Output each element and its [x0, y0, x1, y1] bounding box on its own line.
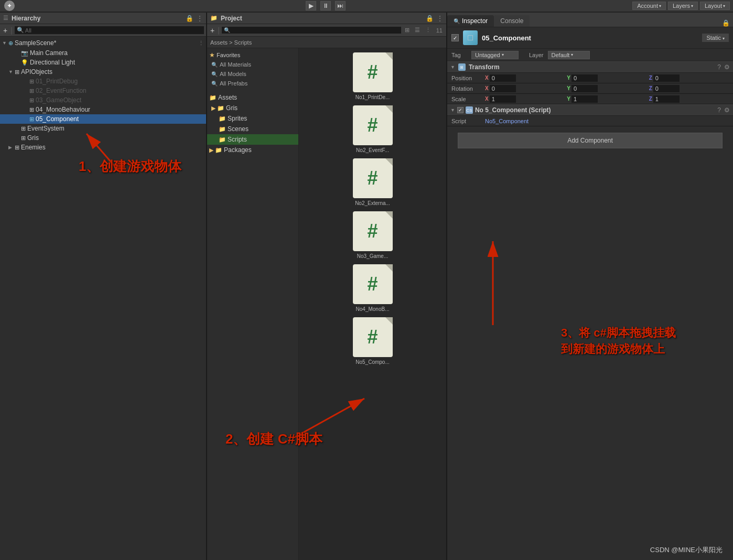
folder-packages[interactable]: ▶ 📁 Packages: [207, 145, 298, 155]
hierarchy-item-eventsystem[interactable]: ⊞ EventSystem: [0, 124, 206, 133]
script-item-no4[interactable]: # No3_Game...: [350, 211, 396, 259]
layout-label: Layout: [705, 3, 722, 9]
static-label: Static: [706, 35, 721, 41]
fav-models-label: All Models: [220, 71, 246, 77]
rotation-y-input[interactable]: [572, 85, 598, 92]
item-05-label: 05_Component: [36, 115, 79, 123]
account-button[interactable]: Account ▾: [632, 2, 666, 10]
favorites-header[interactable]: ★ Favorites: [207, 50, 298, 60]
inspector-panel: 🔍 Inspector Console 🔒 ✓ □ 05_Component S…: [447, 13, 733, 560]
folder-scripts[interactable]: 📁 Scripts: [207, 134, 298, 145]
item-02-label: 02_EventFunction: [36, 87, 87, 94]
script-item-no5[interactable]: # No4_MonoB...: [350, 264, 396, 312]
rotation-z-input[interactable]: [653, 85, 680, 92]
hierarchy-item-05[interactable]: ⊞ 05_Component: [0, 114, 206, 124]
hierarchy-item-directional-light[interactable]: 💡 Directional Light: [0, 58, 206, 67]
add-hierarchy-button[interactable]: +: [2, 26, 8, 35]
project-more-icon[interactable]: ⋮: [437, 15, 443, 22]
inspector-content: ✓ □ 05_Component Static ▾ Tag Untagged ▾…: [447, 27, 733, 560]
folder-assets[interactable]: 📁 Assets: [207, 92, 298, 103]
fav-all-prefabs[interactable]: 🔍 All Prefabs: [207, 79, 298, 88]
folder-sprites[interactable]: 📁 Sprites: [207, 113, 298, 124]
scale-z-input[interactable]: [653, 95, 680, 103]
console-tab-label: Console: [500, 17, 523, 25]
object-header: ✓ □ 05_Component Static ▾: [447, 27, 733, 49]
scale-label: Scale: [451, 96, 483, 102]
layer-value: Default: [552, 52, 570, 58]
script4-label: No3_Game...: [357, 253, 388, 259]
script-item-no3[interactable]: # No2_Externa...: [350, 158, 396, 206]
inspector-lock-icon[interactable]: 🔒: [722, 19, 730, 27]
layout-button[interactable]: Layout ▾: [700, 2, 730, 10]
hierarchy-item-apiobjects[interactable]: ▼ ⊞ APIObjects: [0, 67, 206, 77]
scene-item[interactable]: ▼ ⊕ SampleScene* ⋮: [0, 38, 206, 48]
hierarchy-search-input[interactable]: 🔍 All: [15, 26, 204, 34]
script5-label: No4_MonoB...: [356, 306, 390, 312]
script-checkbox[interactable]: ✓: [457, 107, 463, 113]
static-badge[interactable]: Static ▾: [702, 34, 729, 42]
hierarchy-item-enemies[interactable]: ▶ ⊞ Enemies: [0, 143, 206, 152]
project-scripts-grid: # No1_PrintDe... # No2_EventF...: [299, 48, 446, 560]
hierarchy-lock-icon[interactable]: 🔒: [186, 15, 193, 22]
apiobjects-label: APIObjects: [21, 68, 52, 76]
layers-button[interactable]: Layers ▾: [668, 2, 698, 10]
fav-all-materials[interactable]: 🔍 All Materials: [207, 60, 298, 69]
tab-inspector[interactable]: 🔍 Inspector: [447, 15, 494, 27]
scale-row: Scale X Y Z: [447, 94, 733, 104]
hierarchy-item-03[interactable]: ⊞ 03_GameObject: [0, 95, 206, 105]
hierarchy-item-02[interactable]: ⊞ 02_EventFunction: [0, 86, 206, 95]
tag-label: Tag: [451, 52, 467, 58]
script1-label: No1_PrintDe...: [355, 94, 390, 100]
position-x-input[interactable]: [490, 74, 516, 82]
credit-text: CSDN @MINE小果阳光: [650, 546, 723, 554]
position-y-input[interactable]: [572, 74, 598, 82]
script-question-icon[interactable]: ?: [717, 106, 721, 114]
script-item-no6[interactable]: # No5_Compo...: [350, 317, 396, 365]
hierarchy-item-04[interactable]: ⊞ 04_MonoBehaviour: [0, 105, 206, 114]
rotation-x-input[interactable]: [490, 85, 516, 92]
add-component-label: Add Component: [567, 137, 613, 144]
inspector-tab-label: Inspector: [462, 17, 488, 25]
script-component-icon: CS: [466, 106, 473, 114]
transform-header: ▼ ⊞ Transform ? ⚙: [447, 61, 733, 73]
pause-button[interactable]: ⏸: [320, 1, 331, 10]
script-item-no1[interactable]: # No1_PrintDe...: [350, 52, 396, 100]
object-cube-icon: □: [463, 30, 478, 45]
project-search[interactable]: 🔍: [222, 27, 401, 34]
script-field-label: Script: [451, 118, 483, 124]
transform-icon: ⊞: [458, 63, 466, 71]
fav-all-models[interactable]: 🔍 All Models: [207, 69, 298, 79]
scale-y-input[interactable]: [572, 95, 598, 103]
add-component-button[interactable]: Add Component: [458, 133, 723, 148]
script6-label: No5_Compo...: [355, 359, 389, 365]
script-settings-icon[interactable]: ⚙: [724, 106, 730, 114]
tab-console[interactable]: Console: [494, 15, 530, 27]
folder-assets-label: Assets: [218, 94, 237, 101]
hierarchy-header: ☰ Hierarchy 🔒 ⋮: [0, 13, 206, 24]
object-checkbox[interactable]: ✓: [451, 34, 459, 41]
script-item-no2[interactable]: # No2_EventF...: [350, 105, 396, 153]
folder-scenes[interactable]: 📁 Scenes: [207, 124, 298, 134]
transform-settings-icon[interactable]: ⚙: [724, 63, 730, 71]
position-z-input[interactable]: [653, 74, 680, 82]
directional-light-label: Directional Light: [30, 59, 75, 66]
hierarchy-item-main-camera[interactable]: 📷 Main Camera: [0, 48, 206, 58]
play-button[interactable]: ▶: [306, 1, 316, 10]
add-project-button[interactable]: +: [209, 26, 215, 35]
step-button[interactable]: ⏭: [335, 1, 346, 10]
layer-label: Layer: [529, 52, 544, 58]
project-lock-icon[interactable]: 🔒: [426, 15, 434, 22]
rotation-row: Rotation X Y Z: [447, 83, 733, 94]
hierarchy-item-gris[interactable]: ⊞ Gris: [0, 133, 206, 143]
layer-dropdown[interactable]: Default ▾: [548, 51, 590, 59]
project-toolbar: + | 🔍 ⊞ ☰ ⋮ 11: [207, 24, 446, 37]
transform-question-icon[interactable]: ?: [717, 63, 721, 71]
hierarchy-item-01[interactable]: ⊞ 01_PrintDebug: [0, 77, 206, 86]
hierarchy-more-icon[interactable]: ⋮: [197, 15, 203, 22]
layers-label: Layers: [673, 3, 690, 9]
tag-dropdown[interactable]: Untagged ▾: [471, 51, 519, 59]
project-path-bar: Assets > Scripts: [207, 37, 446, 48]
folder-gris[interactable]: ▶ 📁 Gris: [207, 103, 298, 113]
object-name-label: 05_Component: [482, 34, 698, 42]
scale-x-input[interactable]: [490, 95, 516, 103]
